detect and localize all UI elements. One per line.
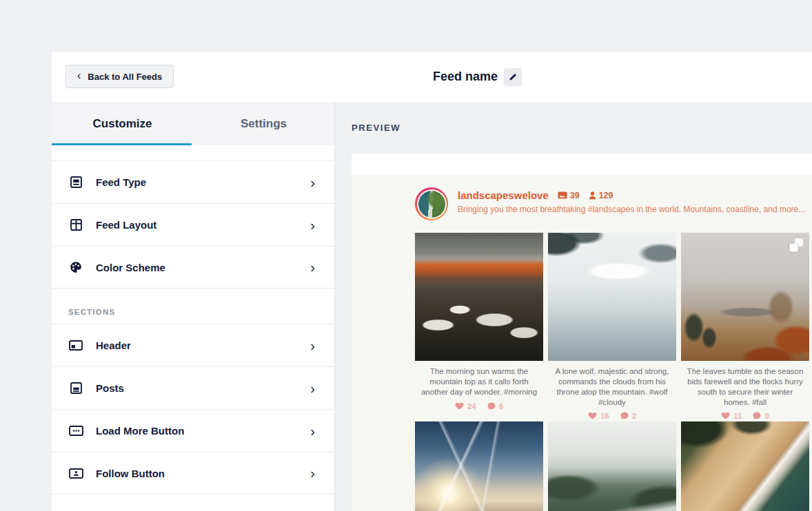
post-cell: The morning sun warms the mountain top a…	[415, 233, 543, 421]
carousel-icon	[789, 238, 803, 252]
header-section-icon	[68, 340, 83, 351]
edit-feed-name-button[interactable]	[504, 68, 522, 86]
followers-icon	[589, 191, 596, 200]
load-more-icon	[68, 426, 83, 436]
tab-customize[interactable]: Customize	[52, 102, 193, 145]
top-header: ‹ Back to All Feeds Feed name	[52, 52, 812, 102]
sidebar-item-header[interactable]: Header ›	[52, 324, 334, 366]
likes-count: 24	[467, 402, 476, 410]
post-cell: The leaves tumble as the season bids far…	[681, 233, 809, 421]
sidebar-item-posts[interactable]: Posts ›	[52, 366, 334, 409]
posts-grid: The morning sun warms the mountain top a…	[415, 233, 809, 511]
avatar[interactable]	[415, 187, 448, 220]
heart-icon	[721, 412, 730, 419]
comments-count: 0	[764, 412, 769, 420]
feed-type-icon	[68, 176, 83, 188]
post-caption: The leaves tumble as the season bids far…	[681, 366, 809, 408]
chevron-right-icon: ›	[310, 260, 315, 274]
avatar-image	[418, 191, 445, 218]
post-cell	[415, 421, 543, 511]
post-caption: The morning sun warms the mountain top a…	[415, 366, 543, 398]
chevron-right-icon: ›	[310, 218, 315, 232]
post-cell: A lone wolf, majestic and strong, comman…	[548, 233, 676, 421]
back-button-label: Back to All Feeds	[88, 72, 162, 82]
chevron-right-icon: ›	[310, 466, 315, 480]
followers-count: 129	[599, 191, 613, 200]
sidebar-item-follow-button[interactable]: Follow Button ›	[52, 452, 334, 494]
likes-count: 16	[600, 412, 609, 420]
post-cell	[681, 421, 809, 511]
post-cell	[548, 421, 676, 511]
feed-header: landscapeswelove 39 129	[415, 187, 809, 220]
post-meta: 24 6	[415, 400, 543, 412]
follow-button-icon	[68, 468, 83, 479]
customize-menu: Feed Type › Feed Layout › Color Scheme ›…	[52, 160, 334, 494]
chevron-right-icon: ›	[310, 176, 315, 189]
heart-icon	[588, 412, 597, 419]
chevron-right-icon: ›	[310, 339, 315, 353]
post-image-autumn-fog[interactable]	[681, 233, 809, 361]
likes-count: 11	[733, 412, 742, 420]
post-image-sunrise-contrails[interactable]	[415, 421, 543, 511]
back-to-all-feeds-button[interactable]: ‹ Back to All Feeds	[65, 65, 174, 88]
comments-count: 2	[632, 412, 636, 420]
sidebar-item-load-more-button[interactable]: Load More Button ›	[52, 409, 334, 452]
preview-panel: PREVIEW landscapeswelove 39	[335, 102, 812, 511]
tab-settings[interactable]: Settings	[193, 102, 334, 145]
post-image-valley-river[interactable]	[548, 421, 676, 511]
photos-icon	[558, 191, 567, 199]
post-meta: 11 0	[681, 410, 809, 421]
heart-icon	[455, 402, 464, 410]
preview-canvas: landscapeswelove 39 129	[352, 154, 812, 511]
color-scheme-icon	[68, 261, 83, 273]
pencil-icon	[509, 73, 517, 81]
post-image-mountain-sunrise[interactable]	[415, 233, 543, 361]
sidebar-item-color-scheme[interactable]: Color Scheme ›	[52, 246, 334, 289]
sidebar-item-feed-layout[interactable]: Feed Layout ›	[52, 203, 334, 246]
sidebar-item-feed-type[interactable]: Feed Type ›	[52, 160, 334, 203]
active-tab-underline	[52, 143, 192, 145]
sections-heading: SECTIONS	[68, 308, 334, 316]
comment-icon	[753, 412, 761, 419]
chevron-left-icon: ‹	[77, 70, 81, 81]
preview-heading: PREVIEW	[352, 123, 400, 133]
sidebar-tabbar: Customize Settings	[52, 102, 334, 145]
account-bio: Bringing you the most breathtaking #land…	[458, 205, 805, 216]
post-image-aerial-beach[interactable]	[681, 421, 809, 511]
posts-icon	[68, 382, 83, 394]
comment-icon	[620, 412, 629, 419]
chevron-right-icon: ›	[310, 424, 315, 438]
feed-name-title: Feed name	[433, 70, 498, 84]
post-caption: A lone wolf, majestic and strong, comman…	[548, 366, 676, 408]
post-meta: 16 2	[548, 410, 676, 421]
username-link[interactable]: landscapeswelove	[458, 189, 549, 201]
posts-count: 39	[570, 191, 580, 200]
feed-layout-icon	[68, 219, 83, 231]
customizer-sidebar: Customize Settings Feed Type › Feed Layo…	[52, 102, 335, 511]
comments-count: 6	[499, 402, 503, 410]
comment-icon	[487, 402, 496, 410]
chevron-right-icon: ›	[310, 382, 315, 395]
post-image-misty-forest[interactable]	[548, 233, 676, 361]
